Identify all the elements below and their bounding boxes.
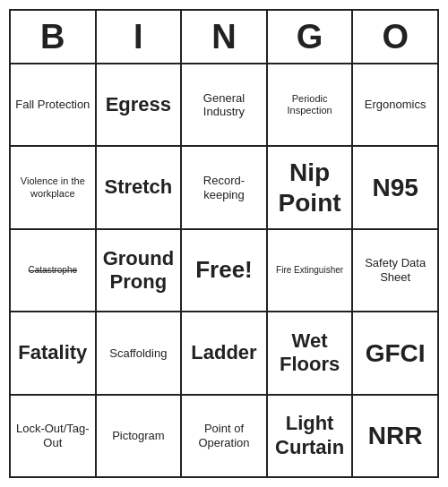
- cell-r1-c4: N95: [353, 147, 437, 227]
- bingo-grid: Fall ProtectionEgressGeneral IndustryPer…: [11, 64, 437, 476]
- cell-r2-c2: Free!: [182, 230, 268, 311]
- cell-r1-c1: Stretch: [97, 147, 183, 227]
- cell-r2-c3: Fire Extinguisher: [268, 230, 354, 311]
- cell-r2-c1: Ground Prong: [97, 230, 183, 311]
- cell-r0-c3: Periodic Inspection: [268, 64, 354, 145]
- cell-r1-c3: Nip Point: [268, 147, 354, 227]
- cell-r4-c1: Pictogram: [97, 396, 183, 476]
- bingo-row-0: Fall ProtectionEgressGeneral IndustryPer…: [11, 64, 437, 147]
- bingo-card: BINGO Fall ProtectionEgressGeneral Indus…: [9, 9, 439, 478]
- bingo-row-4: Lock-Out/Tag-OutPictogramPoint of Operat…: [11, 396, 437, 476]
- cell-r2-c0: Catastrophe: [11, 230, 97, 311]
- cell-r0-c1: Egress: [97, 64, 183, 145]
- cell-r3-c1: Scaffolding: [97, 312, 183, 393]
- bingo-header: BINGO: [11, 11, 437, 64]
- bingo-row-1: Violence in the workplaceStretchRecord-k…: [11, 147, 437, 229]
- cell-r4-c0: Lock-Out/Tag-Out: [11, 396, 97, 476]
- cell-r4-c3: Light Curtain: [268, 396, 354, 476]
- cell-r1-c0: Violence in the workplace: [11, 147, 97, 227]
- cell-r3-c4: GFCI: [353, 312, 437, 393]
- header-letter-I: I: [97, 11, 183, 63]
- cell-r1-c2: Record-keeping: [182, 147, 268, 227]
- cell-r2-c4: Safety Data Sheet: [353, 230, 437, 311]
- cell-r4-c4: NRR: [353, 396, 437, 476]
- bingo-row-2: CatastropheGround ProngFree!Fire Extingu…: [11, 230, 437, 312]
- bingo-row-3: FatalityScaffoldingLadderWet FloorsGFCI: [11, 312, 437, 395]
- header-letter-O: O: [353, 11, 437, 63]
- header-letter-N: N: [182, 11, 268, 63]
- cell-r3-c2: Ladder: [182, 312, 268, 393]
- header-letter-G: G: [268, 11, 354, 63]
- cell-r3-c0: Fatality: [11, 312, 97, 393]
- cell-r0-c0: Fall Protection: [11, 64, 97, 145]
- cell-r0-c2: General Industry: [182, 64, 268, 145]
- header-letter-B: B: [11, 11, 97, 63]
- cell-r4-c2: Point of Operation: [182, 396, 268, 476]
- cell-r0-c4: Ergonomics: [353, 64, 437, 145]
- cell-r3-c3: Wet Floors: [268, 312, 354, 393]
